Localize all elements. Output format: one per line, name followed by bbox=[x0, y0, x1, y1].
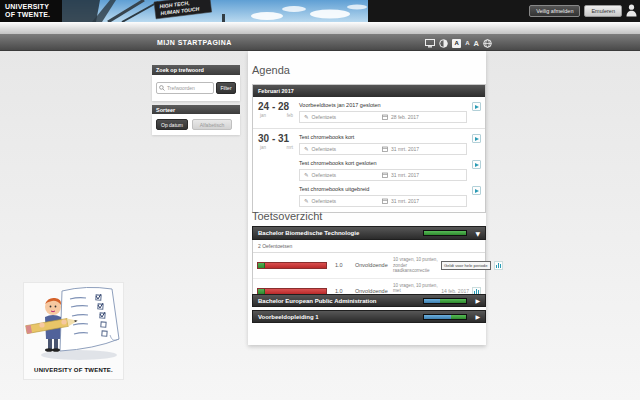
section-header-voorbeeldopleiding[interactable]: Voorbeeldopleiding 1 ▶ bbox=[252, 310, 486, 323]
progress-green-segment bbox=[424, 231, 466, 235]
search-input[interactable]: Trefwoorden bbox=[156, 82, 214, 94]
logout-button[interactable]: Veilig afmelden bbox=[529, 5, 580, 17]
calendar-icon bbox=[382, 114, 388, 120]
score-bar-red bbox=[265, 289, 326, 294]
test-count-label: 2 Oefentoetsen bbox=[253, 240, 485, 253]
agenda-date-block: 24 - 28 jan feb bbox=[253, 97, 299, 128]
test-description: 10 vragen, 10 punten, zonder raadkanscor… bbox=[393, 257, 441, 274]
emulate-button[interactable]: Emuleren bbox=[584, 5, 622, 17]
portal-screen: UNIVERSITY OF TWENTE. HIGH TECH, HUMAN T… bbox=[0, 0, 640, 400]
event-date: 28 feb. 2017 bbox=[382, 114, 419, 120]
sort-widget-header: Sorteer bbox=[152, 105, 240, 114]
user-profile-icon[interactable] bbox=[626, 4, 637, 17]
event-date: 31 mrt. 2017 bbox=[382, 198, 419, 204]
section-progress-bar bbox=[423, 314, 467, 320]
globe-icon[interactable] bbox=[483, 39, 492, 48]
logo-line-2: OF TWENTE. bbox=[5, 11, 62, 19]
open-event-button[interactable] bbox=[472, 134, 481, 143]
progress-green-segment bbox=[440, 299, 466, 303]
navbar: MIJN STARTPAGINA A A A bbox=[0, 34, 640, 51]
agenda-date-block: 30 - 31 jan mrt bbox=[253, 129, 299, 212]
event-type-label: Oefentoets bbox=[312, 146, 336, 152]
section-header-biomedische[interactable]: Bachelor Biomedische Technologie ▼ bbox=[252, 226, 486, 240]
agenda-event: Test chromebooks uitgebreid ✎ Oefentoets… bbox=[299, 186, 481, 207]
contrast-icon[interactable] bbox=[439, 39, 448, 48]
calendar-icon bbox=[382, 146, 388, 152]
score-bar-green bbox=[258, 289, 265, 294]
open-event-button[interactable] bbox=[472, 160, 481, 169]
event-details: ✎ Oefentoets 28 feb. 2017 bbox=[299, 111, 467, 123]
score-bar-red bbox=[265, 263, 326, 268]
university-logo: UNIVERSITY OF TWENTE. bbox=[0, 0, 62, 22]
font-size-small-icon[interactable]: A bbox=[452, 39, 461, 48]
test-result-row: 1.0 Onvoldoende 10 vragen, 10 punten, zo… bbox=[253, 253, 485, 279]
event-type-label: Oefentoets bbox=[312, 114, 336, 120]
search-placeholder: Trefwoorden bbox=[167, 85, 195, 91]
sort-alphabetical-button[interactable]: Alfabetisch bbox=[192, 119, 232, 130]
agenda-events: Test chromebooks kort ✎ Oefentoets 31 mr… bbox=[299, 129, 485, 212]
validity-badge: Geldt voor hele periode bbox=[441, 261, 491, 270]
toetsoverzicht-title: Toetsoverzicht bbox=[252, 210, 322, 222]
event-type: ✎ Oefentoets bbox=[304, 146, 382, 152]
search-icon bbox=[159, 85, 165, 91]
pencil-icon: ✎ bbox=[304, 146, 309, 152]
score-bar bbox=[257, 262, 327, 269]
event-type-label: Oefentoets bbox=[312, 172, 336, 178]
monitor-icon[interactable] bbox=[425, 39, 435, 48]
progress-green-segment bbox=[451, 315, 467, 319]
pencil-icon: ✎ bbox=[304, 198, 309, 204]
month-start: jan bbox=[260, 113, 266, 118]
open-event-button[interactable] bbox=[472, 186, 481, 195]
open-event-button[interactable] bbox=[472, 102, 481, 111]
event-details: ✎ Oefentoets 31 mrt. 2017 bbox=[299, 195, 467, 207]
top-actions: Veilig afmelden Emuleren bbox=[529, 4, 637, 17]
agenda-panel: Februari 2017 24 - 28 jan feb Voorbeeldt… bbox=[252, 84, 486, 213]
font-size-medium-icon[interactable]: A bbox=[465, 40, 469, 46]
score-bar-green bbox=[258, 263, 265, 268]
pencil-icon: ✎ bbox=[304, 114, 309, 120]
event-type: ✎ Oefentoets bbox=[304, 172, 382, 178]
progress-blue-segment bbox=[424, 315, 450, 319]
chevron-down-icon: ▼ bbox=[475, 230, 480, 237]
statistics-chart-icon[interactable] bbox=[494, 261, 503, 270]
section-progress-bar bbox=[423, 230, 467, 236]
date-months: jan mrt bbox=[258, 145, 297, 150]
event-title: Test chromebooks kort gesloten bbox=[299, 160, 481, 166]
event-type: ✎ Oefentoets bbox=[304, 114, 382, 120]
header-divider-strip bbox=[0, 22, 640, 34]
event-date: 31 mrt. 2017 bbox=[382, 146, 419, 152]
top-banner: UNIVERSITY OF TWENTE. HIGH TECH, HUMAN T… bbox=[0, 0, 640, 22]
event-date: 31 mrt. 2017 bbox=[382, 172, 419, 178]
event-date-label: 28 feb. 2017 bbox=[391, 114, 419, 120]
checklist-cartoon bbox=[24, 285, 123, 363]
row-actions: Geldt voor hele periode bbox=[441, 261, 503, 270]
calendar-icon bbox=[382, 172, 388, 178]
date-months: jan feb bbox=[258, 113, 297, 118]
sort-by-date-button[interactable]: Op datum bbox=[156, 119, 188, 130]
font-size-large-icon[interactable]: A bbox=[474, 39, 479, 48]
description-line1: 10 vragen, 10 punten, met bbox=[393, 283, 438, 294]
chevron-right-icon: ▶ bbox=[475, 313, 480, 320]
play-icon bbox=[475, 105, 479, 109]
filter-button[interactable]: Filter bbox=[216, 82, 236, 94]
agenda-event: Voorbeeldtoets jan 2017 gesloten ✎ Oefen… bbox=[299, 102, 481, 123]
chevron-right-icon: ▶ bbox=[475, 297, 480, 304]
section-header-european-public-administration[interactable]: Bachelor European Public Administration … bbox=[252, 294, 486, 307]
date-range: 30 - 31 bbox=[258, 133, 297, 144]
event-details: ✎ Oefentoets 31 mrt. 2017 bbox=[299, 169, 467, 181]
pencil-icon: ✎ bbox=[304, 172, 309, 178]
checklist-illustration-card: UNIVERSITY OF TWENTE. bbox=[23, 282, 124, 380]
score-value: 1.0 bbox=[335, 262, 355, 268]
agenda-event: Test chromebooks kort gesloten ✎ Oefento… bbox=[299, 160, 481, 181]
month-start: jan bbox=[260, 145, 266, 150]
description-line1: 10 vragen, 10 punten, bbox=[393, 257, 438, 262]
section-progress-bar bbox=[423, 298, 467, 304]
play-icon bbox=[475, 137, 479, 141]
section-name: Bachelor Biomedische Technologie bbox=[258, 230, 423, 236]
page-title: MIJN STARTPAGINA bbox=[157, 39, 232, 46]
agenda-month-header: Februari 2017 bbox=[253, 85, 485, 97]
event-details: ✎ Oefentoets 31 mrt. 2017 bbox=[299, 143, 467, 155]
event-title: Voorbeeldtoets jan 2017 gesloten bbox=[299, 102, 481, 108]
campus-photo: HIGH TECH, HUMAN TOUCH bbox=[62, 0, 368, 22]
agenda-group: 30 - 31 jan mrt Test chromebooks kort ✎ … bbox=[253, 129, 485, 212]
